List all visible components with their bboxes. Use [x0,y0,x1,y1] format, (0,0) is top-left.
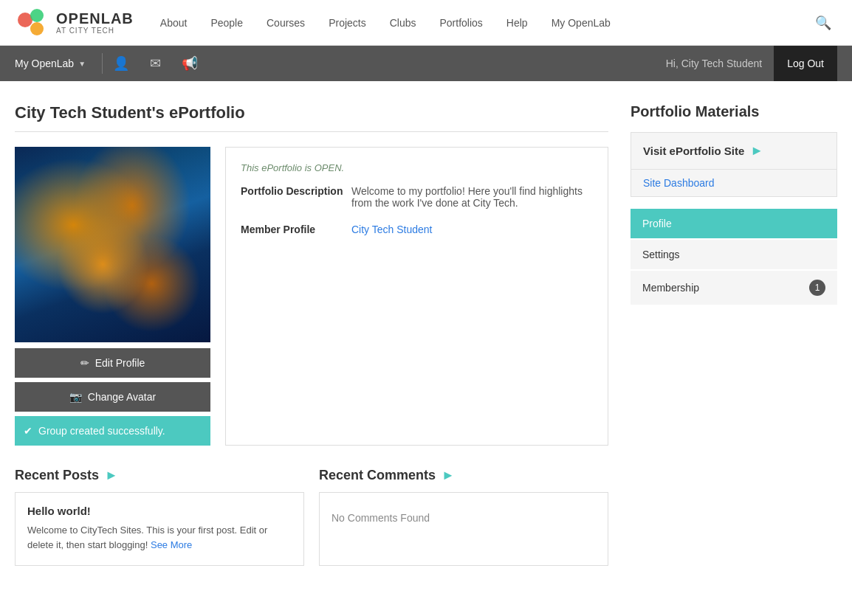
avatar-image-inner [15,147,210,342]
secondary-navigation: My OpenLab ▼ 👤 ✉ 📢 Hi, City Tech Student… [0,46,852,81]
recent-comments-section: Recent Comments ► No Comments Found [319,468,608,566]
visit-site-label: Visit ePortfolio Site [643,145,744,157]
visit-site-arrow-icon: ► [750,143,763,159]
success-message: Group created successfully. [38,425,165,437]
logo-link[interactable]: OPENLAB AT CITY TECH [15,5,134,41]
recent-posts-title: Recent Posts ► [15,468,304,483]
recent-posts-arrow-icon[interactable]: ► [105,468,118,483]
secondary-nav-icons: 👤 ✉ 📢 [110,52,201,75]
portfolio-info: This ePortfolio is OPEN. Portfolio Descr… [225,147,608,446]
logo-subtext: AT CITY TECH [56,27,134,35]
nav-projects[interactable]: Projects [317,0,378,46]
nav-myopenlab[interactable]: My OpenLab [540,0,622,46]
nav-portfolios[interactable]: Portfolios [428,0,495,46]
portfolio-open-notice: This ePortfolio is OPEN. [241,162,593,173]
left-column: City Tech Student's ePortfolio ✏ Edit Pr… [15,103,608,566]
post-excerpt-text: Welcome to CityTech Sites. This is your … [27,525,267,550]
member-profile-label: Member Profile [241,224,351,235]
camera-icon: 📷 [69,391,82,403]
right-sidebar: Portfolio Materials Visit ePortfolio Sit… [631,103,837,566]
nav-divider [102,53,103,74]
site-dashboard-link[interactable]: Site Dashboard [631,170,837,197]
svg-point-2 [30,22,44,35]
description-label: Portfolio Description [241,185,351,209]
settings-nav-label: Settings [642,249,680,260]
logo-openlab: OPENLAB [56,10,134,27]
top-navigation: OPENLAB AT CITY TECH About People Course… [0,0,852,46]
checkmark-icon: ✔ [24,425,32,437]
page-title: City Tech Student's ePortfolio [15,103,608,132]
nav-courses[interactable]: Courses [255,0,317,46]
recent-posts-label: Recent Posts [15,468,99,483]
logo-text: OPENLAB AT CITY TECH [56,10,134,35]
profile-section: ✏ Edit Profile 📷 Change Avatar ✔ Group c… [15,147,608,446]
secondary-nav-right: Hi, City Tech Student Log Out [666,46,837,81]
nav-people[interactable]: People [199,0,255,46]
logout-button[interactable]: Log Out [774,46,837,81]
profile-icon-button[interactable]: 👤 [110,52,132,75]
main-content: City Tech Student's ePortfolio ✏ Edit Pr… [0,81,852,588]
post-excerpt: Welcome to CityTech Sites. This is your … [27,523,292,552]
success-banner: ✔ Group created successfully. [15,416,210,446]
sidebar-nav-membership[interactable]: Membership 1 [631,271,837,305]
svg-point-1 [30,9,44,22]
openlab-logo-icon [15,5,50,41]
messages-icon-button[interactable]: ✉ [147,52,164,75]
post-title: Hello world! [27,505,292,517]
member-profile-link[interactable]: City Tech Student [351,224,432,235]
portfolio-description-field: Portfolio Description Welcome to my port… [241,185,593,209]
recent-comments-label: Recent Comments [319,468,436,483]
membership-badge: 1 [809,280,825,296]
svg-point-0 [18,13,32,27]
notifications-icon-button[interactable]: 📢 [179,52,201,75]
pencil-icon: ✏ [80,357,89,369]
member-profile-value: City Tech Student [351,224,593,235]
dropdown-arrow-icon: ▼ [78,60,86,68]
greeting-text: Hi, City Tech Student [666,58,762,69]
visit-eportfolio-button[interactable]: Visit ePortfolio Site ► [631,132,837,170]
change-avatar-button[interactable]: 📷 Change Avatar [15,382,210,412]
edit-profile-button[interactable]: ✏ Edit Profile [15,348,210,378]
post-card: Hello world! Welcome to CityTech Sites. … [15,492,304,566]
nav-links: About People Courses Projects Clubs Port… [148,0,809,46]
avatar-column: ✏ Edit Profile 📷 Change Avatar ✔ Group c… [15,147,210,446]
my-openlab-button[interactable]: My OpenLab ▼ [15,58,95,69]
recent-comments-arrow-icon[interactable]: ► [442,468,455,483]
nav-clubs[interactable]: Clubs [378,0,428,46]
nav-about[interactable]: About [148,0,199,46]
profile-nav-label: Profile [642,218,672,229]
search-icon[interactable]: 🔍 [809,15,837,31]
no-comments-text: No Comments Found [331,505,596,531]
sidebar-nav-profile[interactable]: Profile [631,209,837,238]
nav-help[interactable]: Help [495,0,540,46]
sidebar-title: Portfolio Materials [631,103,837,120]
edit-profile-label: Edit Profile [95,357,145,369]
membership-nav-label: Membership [642,282,699,294]
sidebar-nav-settings[interactable]: Settings [631,240,837,269]
recent-posts-section: Recent Posts ► Hello world! Welcome to C… [15,468,304,566]
portfolio-member-field: Member Profile City Tech Student [241,224,593,235]
recent-sections: Recent Posts ► Hello world! Welcome to C… [15,468,608,566]
see-more-link[interactable]: See More [151,539,192,550]
recent-comments-title: Recent Comments ► [319,468,608,483]
avatar-image [15,147,210,342]
my-openlab-label: My OpenLab [15,58,74,69]
comment-card: No Comments Found [319,492,608,566]
description-value: Welcome to my portfolio! Here you'll fin… [351,185,593,209]
change-avatar-label: Change Avatar [88,391,156,403]
